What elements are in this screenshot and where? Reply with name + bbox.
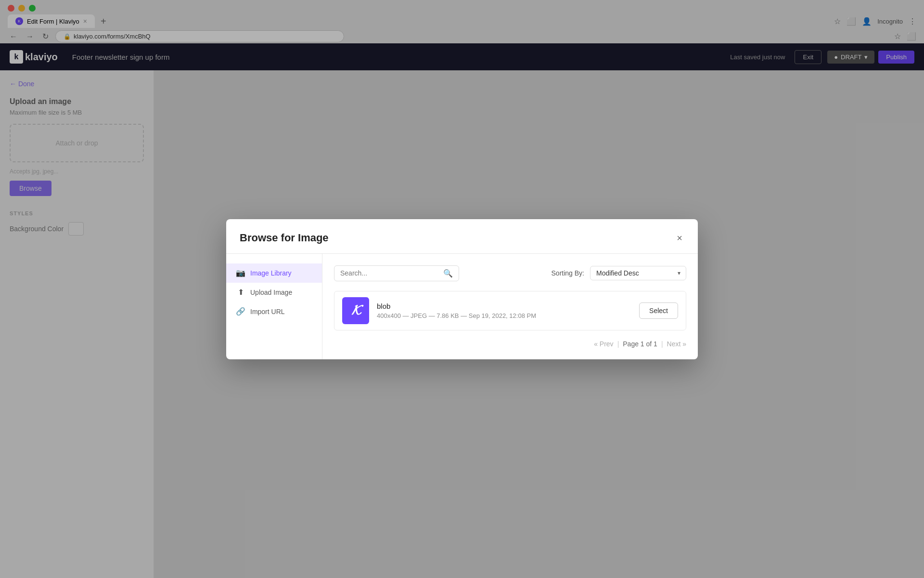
modal-sidebar: 📷 Image Library ⬆ Upload Image 🔗 Import … xyxy=(226,254,322,359)
image-library-label: Image Library xyxy=(250,269,292,277)
sorting-label: Sorting By: xyxy=(552,269,584,277)
sorting-select-wrapper: Modified Desc Modified Asc Name Asc Name… xyxy=(590,266,686,280)
modal-close-button[interactable]: × xyxy=(675,231,684,246)
modal-main-content: 🔍 Sorting By: Modified Desc Modified Asc… xyxy=(322,254,698,359)
image-info: blob 400x400 — JPEG — 7.86 KB — Sep 19, … xyxy=(377,302,631,319)
page-separator-2: | xyxy=(661,340,663,348)
image-meta: 400x400 — JPEG — 7.86 KB — Sep 19, 2022,… xyxy=(377,312,631,319)
page-separator-1: | xyxy=(617,340,619,348)
pagination: « Prev | Page 1 of 1 | Next » xyxy=(334,340,686,348)
search-box[interactable]: 🔍 xyxy=(334,265,459,281)
table-row: 𝓚 blob 400x400 — JPEG — 7.86 KB — Sep 19… xyxy=(334,291,686,330)
image-name: blob xyxy=(377,302,631,310)
klaviyo-thumb-icon: 𝓚 xyxy=(351,302,360,318)
page-info: Page 1 of 1 xyxy=(623,340,657,348)
content-toolbar: 🔍 Sorting By: Modified Desc Modified Asc… xyxy=(334,265,686,281)
sorting-select[interactable]: Modified Desc Modified Asc Name Asc Name… xyxy=(590,266,686,280)
upload-image-icon: ⬆ xyxy=(236,288,245,297)
modal-overlay: Browse for Image × 📷 Image Library ⬆ Upl… xyxy=(0,0,924,578)
image-library-icon: 📷 xyxy=(236,268,245,278)
next-page-link[interactable]: Next » xyxy=(667,340,686,348)
select-image-button[interactable]: Select xyxy=(639,302,678,319)
sidebar-item-import-url[interactable]: 🔗 Import URL xyxy=(226,302,322,321)
sidebar-item-image-library[interactable]: 📷 Image Library xyxy=(226,263,322,283)
browse-image-modal: Browse for Image × 📷 Image Library ⬆ Upl… xyxy=(226,219,698,359)
import-url-icon: 🔗 xyxy=(236,307,245,316)
modal-header: Browse for Image × xyxy=(226,219,698,254)
modal-body: 📷 Image Library ⬆ Upload Image 🔗 Import … xyxy=(226,254,698,359)
import-url-label: Import URL xyxy=(250,308,285,315)
search-input[interactable] xyxy=(340,269,439,277)
sidebar-item-upload-image[interactable]: ⬆ Upload Image xyxy=(226,283,322,302)
sorting-row: Sorting By: Modified Desc Modified Asc N… xyxy=(552,266,686,280)
prev-page-link[interactable]: « Prev xyxy=(594,340,613,348)
image-thumbnail: 𝓚 xyxy=(342,297,369,324)
image-list: 𝓚 blob 400x400 — JPEG — 7.86 KB — Sep 19… xyxy=(334,291,686,330)
modal-title: Browse for Image xyxy=(240,232,329,244)
upload-image-label: Upload Image xyxy=(250,289,292,296)
search-icon[interactable]: 🔍 xyxy=(443,269,453,278)
